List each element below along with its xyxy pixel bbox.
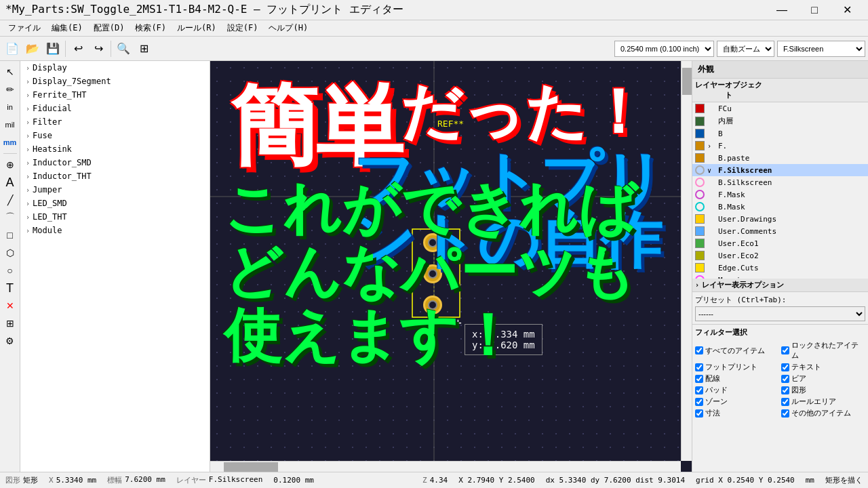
draw-line[interactable]: ╱ <box>2 192 18 208</box>
status-delta: dx 5.3340 dy 7.6200 dist 9.3014 <box>546 476 685 485</box>
status-xy: X 2.7940 Y 2.5400 <box>458 476 535 485</box>
close-button[interactable]: ✕ <box>831 0 863 20</box>
layer-bpaste[interactable]: B.paste <box>692 152 868 164</box>
canvas-area[interactable]: REF** + x: 5.334 mm y: 7.620 mm <box>210 61 692 472</box>
undo-button[interactable]: ↩ <box>68 39 87 58</box>
comp-item[interactable]: ›Jumper <box>20 183 210 197</box>
select-tool[interactable]: ↖ <box>2 64 18 80</box>
zoom-fit-button[interactable]: ⊞ <box>134 39 153 58</box>
layer-margin[interactable]: Margin <box>692 274 868 279</box>
layer-usereco1[interactable]: User.Eco1 <box>692 237 868 249</box>
layer-userdrawings[interactable]: User.Drawings <box>692 213 868 225</box>
filter-text-checkbox[interactable] <box>781 363 789 371</box>
zoom-in-button[interactable]: 🔍 <box>114 39 133 58</box>
layers-scroll[interactable]: FCu 内層 B › F. <box>692 102 868 279</box>
menu-edit[interactable]: 編集(E) <box>46 20 88 36</box>
filter-locked-checkbox[interactable] <box>781 346 789 354</box>
layer-selector[interactable]: F.Silkscreen <box>777 41 865 57</box>
menu-place[interactable]: 配置(D) <box>88 20 130 36</box>
save-button[interactable]: 💾 <box>43 39 62 58</box>
grid-selector[interactable]: 0.2540 mm (0.100 inch) <box>614 41 714 57</box>
unit-tool[interactable]: mil <box>2 117 18 133</box>
filter-pad-checkbox[interactable] <box>695 386 703 394</box>
menu-rules[interactable]: ルール(R) <box>172 20 222 36</box>
draw-arc[interactable]: ⌒ <box>2 209 18 226</box>
place-text[interactable]: A <box>2 174 18 190</box>
zoom-selector[interactable]: 自動ズーム <box>717 41 774 57</box>
filter-zone-checkbox[interactable] <box>695 398 703 406</box>
menu-search[interactable]: 検索(F) <box>130 20 172 36</box>
status-grid: grid X 0.2540 Y 0.2540 <box>696 476 795 485</box>
comp-item[interactable]: ›Heatsink <box>20 142 210 156</box>
filter-via: ビア <box>781 373 866 384</box>
filter-all-checkbox[interactable] <box>695 346 703 354</box>
comp-item[interactable]: ›LED_SMD <box>20 197 210 210</box>
filter-rulearea-checkbox[interactable] <box>781 398 789 406</box>
layer-circle-bsilk <box>695 178 705 187</box>
layer-inner[interactable]: 内層 <box>692 115 868 127</box>
pad-1[interactable] <box>423 233 442 252</box>
vscroll-thumb[interactable] <box>682 68 692 95</box>
comp-item[interactable]: ›Inductor_THT <box>20 169 210 183</box>
minimize-button[interactable]: — <box>766 0 797 20</box>
layer-fmask[interactable]: F.Mask <box>692 188 868 201</box>
layer-edgecuts[interactable]: Edge.Cuts <box>692 262 868 274</box>
comp-item[interactable]: ›Ferrite_THT <box>20 88 210 102</box>
comp-item[interactable]: ›Fiducial <box>20 102 210 115</box>
layer-usereco2[interactable]: User.Eco2 <box>692 249 868 262</box>
filter-dimension-checkbox[interactable] <box>695 409 703 418</box>
canvas-vscroll[interactable] <box>681 61 692 461</box>
open-button[interactable]: 📂 <box>23 39 42 58</box>
layer-circle-fsilk <box>695 165 705 175</box>
layer-f-folder[interactable]: › F. <box>692 140 868 152</box>
draw-circle[interactable]: ○ <box>2 262 18 279</box>
maximize-button[interactable]: □ <box>799 0 830 20</box>
mm-tool[interactable]: mm <box>2 134 18 150</box>
filter-wiring-checkbox[interactable] <box>695 375 703 383</box>
delete-tool[interactable]: ✕ <box>2 298 18 314</box>
comp-item[interactable]: ›Filter <box>20 115 210 129</box>
comp-item[interactable]: ›LED_THT <box>20 210 210 224</box>
measure-tool[interactable]: in <box>2 99 18 115</box>
filter-footprint-checkbox[interactable] <box>695 363 703 371</box>
preset-select[interactable]: ------ <box>695 306 865 321</box>
comp-item[interactable]: ›Display_7Segment <box>20 75 210 88</box>
layer-fsilkscreen[interactable]: ∨ F.Silkscreen <box>692 164 868 176</box>
layer-folder-icon <box>695 141 705 150</box>
grid-tool[interactable]: ⊞ <box>2 315 18 331</box>
comp-item[interactable]: ›Inductor_SMD <box>20 156 210 169</box>
layer-usercomments[interactable]: User.Comments <box>692 225 868 237</box>
filter-via-checkbox[interactable] <box>781 375 789 383</box>
layer-bsilkscreen[interactable]: B.Silkscreen <box>692 176 868 188</box>
hscroll-thumb[interactable] <box>224 462 278 472</box>
menu-file[interactable]: ファイル <box>3 20 46 36</box>
draw-polygon[interactable]: ⬡ <box>2 245 18 261</box>
layer-b[interactable]: B <box>692 127 868 140</box>
layers-header: レイヤー オブジェクト <box>692 79 868 102</box>
status-layer: レイヤー F.Silkscreen <box>176 475 262 485</box>
redo-button[interactable]: ↪ <box>89 39 108 58</box>
draw-rect[interactable]: □ <box>2 227 18 243</box>
filter-shape-checkbox[interactable] <box>781 386 789 394</box>
layer-options-toggle[interactable]: › レイヤー表示オプション <box>692 279 868 291</box>
pad-2[interactable] <box>423 264 442 283</box>
layer-circle-bmask <box>695 202 705 211</box>
filter-all: すべてのアイテム <box>695 340 780 361</box>
layer-bmask[interactable]: B.Mask <box>692 201 868 213</box>
layer-fcu[interactable]: FCu <box>692 102 868 115</box>
comp-item[interactable]: ›Module <box>20 224 210 237</box>
menu-help[interactable]: ヘルプ(H) <box>263 20 313 36</box>
filter-other-checkbox[interactable] <box>781 409 789 418</box>
place-footprint[interactable]: ⊕ <box>2 157 18 173</box>
filter-rulearea: ルールエリア <box>781 396 866 407</box>
canvas-hscroll[interactable] <box>210 461 681 472</box>
comp-item[interactable]: ›Fuse <box>20 129 210 142</box>
pad-3[interactable] <box>423 296 442 314</box>
filter-label: フィルター選択 <box>695 327 865 338</box>
menu-settings[interactable]: 設定(F) <box>222 20 264 36</box>
new-button[interactable]: 📄 <box>3 39 22 58</box>
place-pad[interactable]: T <box>2 280 18 296</box>
comp-item[interactable]: ›Display <box>20 61 210 75</box>
route-tool[interactable]: ✏ <box>2 81 18 98</box>
settings-tool[interactable]: ⚙ <box>2 333 18 349</box>
